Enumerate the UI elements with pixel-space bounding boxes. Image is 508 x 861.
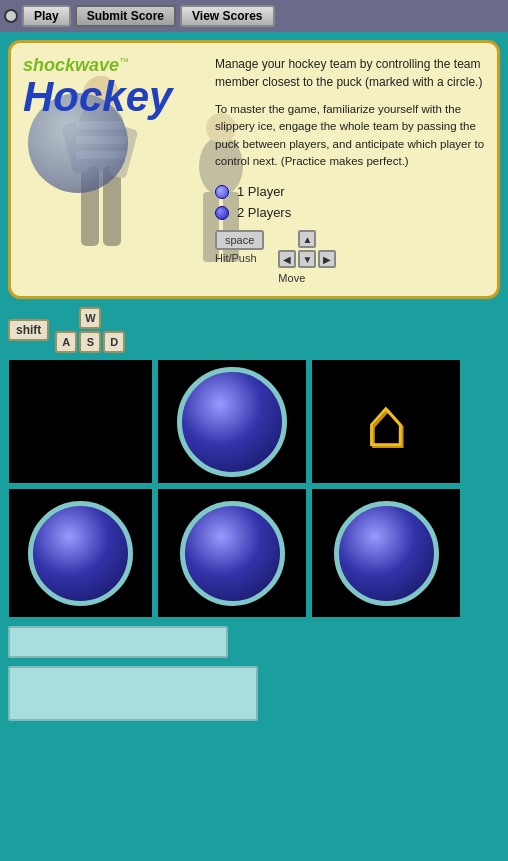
- top-bar: Play Submit Score View Scores: [0, 0, 508, 32]
- game-grid: ⌂: [8, 359, 500, 618]
- grid-cell-ball-bottom-right: [311, 488, 461, 618]
- wasd-keys: W A S D: [55, 307, 125, 353]
- radio-indicator: [4, 9, 18, 23]
- input-bar-1[interactable]: [8, 626, 228, 658]
- game-description: Manage your hockey team by controlling t…: [215, 55, 485, 91]
- input-bars: [8, 626, 500, 721]
- empty-key: [278, 230, 296, 248]
- blue-ball-2: [28, 501, 133, 606]
- brand-name: shockwave: [23, 55, 119, 75]
- player-options: 1 Player 2 Players: [215, 184, 485, 220]
- wasd-empty2: [103, 307, 125, 329]
- blue-ball-4: [334, 501, 439, 606]
- submit-score-button[interactable]: Submit Score: [75, 5, 176, 27]
- trademark: ™: [119, 56, 129, 67]
- keyboard-area: shift W A S D: [8, 307, 500, 353]
- blue-ball-3: [180, 501, 285, 606]
- grid-cell-house-top-right: ⌂: [311, 359, 461, 484]
- controls-area: space Hit/Push ▲ ◀ ▼ ▶ Move: [215, 230, 485, 284]
- grid-cell-ball-top-center: [157, 359, 307, 484]
- d-key[interactable]: D: [103, 331, 125, 353]
- empty-key2: [318, 230, 336, 248]
- player2-option[interactable]: 2 Players: [215, 205, 485, 220]
- left-arrow-key[interactable]: ◀: [278, 250, 296, 268]
- space-key: space: [215, 230, 264, 250]
- controls-left: space Hit/Push: [215, 230, 268, 264]
- house-icon: ⌂: [365, 382, 407, 462]
- s-key[interactable]: S: [79, 331, 101, 353]
- player1-option[interactable]: 1 Player: [215, 184, 485, 199]
- move-label: Move: [278, 272, 305, 284]
- up-arrow-key[interactable]: ▲: [298, 230, 316, 248]
- move-label-container: Move: [278, 272, 336, 284]
- blue-ball-1: [177, 367, 287, 477]
- logo-area: shockwave™ Hockey: [23, 55, 203, 284]
- player2-radio[interactable]: [215, 206, 229, 220]
- player1-radio[interactable]: [215, 185, 229, 199]
- grid-cell-ball-bottom-left: [8, 488, 153, 618]
- player2-label: 2 Players: [237, 205, 291, 220]
- arrow-keys: ▲ ◀ ▼ ▶: [278, 230, 336, 268]
- view-scores-button[interactable]: View Scores: [180, 5, 275, 27]
- player1-label: 1 Player: [237, 184, 285, 199]
- wasd-empty1: [55, 307, 77, 329]
- down-arrow-key[interactable]: ▼: [298, 250, 316, 268]
- info-area: Manage your hockey team by controlling t…: [215, 55, 485, 284]
- game-tips: To master the game, familiarize yourself…: [215, 101, 485, 170]
- arrow-keys-container: ▲ ◀ ▼ ▶ Move: [278, 230, 336, 284]
- w-key[interactable]: W: [79, 307, 101, 329]
- grid-cell-empty-top-left: [8, 359, 153, 484]
- play-button[interactable]: Play: [22, 5, 71, 27]
- hit-push-label: Hit/Push: [215, 252, 257, 264]
- game-info-panel: shockwave™ Hockey Manage your hockey tea…: [8, 40, 500, 299]
- shift-key[interactable]: shift: [8, 319, 49, 341]
- right-arrow-key[interactable]: ▶: [318, 250, 336, 268]
- grid-cell-ball-bottom-center: [157, 488, 307, 618]
- input-bar-2[interactable]: [8, 666, 258, 721]
- controls-labels: Hit/Push: [215, 252, 268, 264]
- a-key[interactable]: A: [55, 331, 77, 353]
- game-title: Hockey: [23, 76, 203, 118]
